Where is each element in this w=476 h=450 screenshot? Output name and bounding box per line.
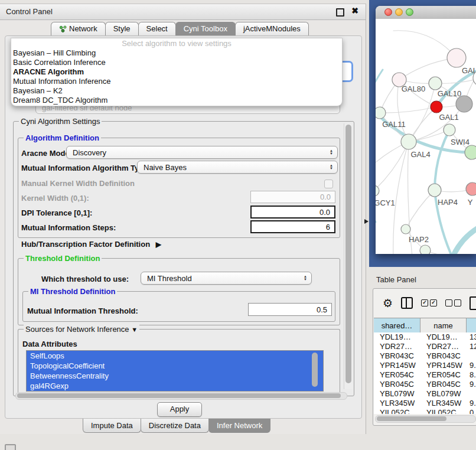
network-node-gal1[interactable] <box>431 101 442 113</box>
settings-hscrollbar-thumb[interactable] <box>17 393 341 398</box>
attribute-item[interactable]: TopologicalCoefficient <box>27 361 323 371</box>
table-cell[interactable]: YLR345W <box>374 399 420 408</box>
table-cell[interactable]: YIL052C <box>374 408 420 414</box>
select-columns-icon[interactable]: ✓✓ <box>421 299 437 306</box>
dropdown-item[interactable]: ARACNE Algorithm <box>11 67 342 77</box>
settings-scrollbar-thumb[interactable] <box>345 125 351 383</box>
dpi-tolerance-input[interactable]: 0.0 <box>250 206 335 219</box>
tab-discretize-data[interactable]: Discretize Data <box>141 419 209 433</box>
network-node-gal11[interactable] <box>376 107 386 119</box>
tab-cyni-toolbox[interactable]: Cyni Toolbox <box>175 22 236 35</box>
close-icon[interactable]: ✖ <box>351 6 358 15</box>
network-node[interactable] <box>420 245 431 254</box>
column-header[interactable]: shared… <box>374 318 420 332</box>
table-cell[interactable]: YER054C <box>374 370 420 380</box>
table-cell[interactable]: 13 <box>467 332 476 342</box>
table-cell[interactable]: YDL19… <box>374 332 420 342</box>
table-hscrollbar[interactable] <box>375 415 476 423</box>
aracne-mode-combo[interactable]: Discovery ▲▼ <box>66 146 338 159</box>
table-cell[interactable]: YPR145W <box>420 361 467 370</box>
network-node-gal10[interactable] <box>429 77 442 90</box>
network-node-hap4[interactable] <box>428 184 441 197</box>
table-row[interactable]: YBR043CYBR043C <box>374 351 476 361</box>
float-window-icon[interactable] <box>336 8 344 17</box>
column-header[interactable]: name <box>420 318 467 332</box>
dropdown-item[interactable]: Basic Correlation Inference <box>11 58 342 67</box>
attribute-item[interactable]: gal4RGexp <box>27 381 323 391</box>
sources-title[interactable]: Sources for Network Inference ▼ <box>24 325 139 334</box>
table-row[interactable]: YER054CYER054C8. <box>374 370 476 380</box>
network-node-y[interactable] <box>466 182 476 195</box>
network-canvas[interactable]: GALGAL80GAL10GAL1GAL11SWI4GAL4GCY1HAP4YH… <box>376 19 476 254</box>
table-cell[interactable]: YBR045C <box>420 380 467 389</box>
zoom-traffic-light-icon[interactable] <box>406 8 413 16</box>
table-cell[interactable]: YBR043C <box>420 351 467 361</box>
table-cell[interactable]: 8. <box>467 370 476 380</box>
dropdown-item[interactable]: Bayesian – Hill Climbing <box>11 48 342 58</box>
close-traffic-light-icon[interactable] <box>384 8 392 16</box>
tab-jactivemnodules[interactable]: jActiveMNodules <box>235 22 309 35</box>
tab-style[interactable]: Style <box>105 22 139 35</box>
table-row[interactable]: YDL19…YDL19…13 <box>374 332 476 342</box>
column-header[interactable] <box>467 318 476 332</box>
attribute-item[interactable]: BetweennessCentrality <box>27 371 323 381</box>
table-cell[interactable] <box>467 351 476 361</box>
hub-definition-toggle[interactable]: Hub/Transcription Factor Definition ▶ <box>21 240 161 249</box>
new-table-icon[interactable] <box>470 296 476 310</box>
attribute-item[interactable]: SelfLoops <box>27 351 323 361</box>
tab-select[interactable]: Select <box>138 22 176 35</box>
mi-steps-input[interactable]: 6 <box>250 220 335 233</box>
table-cell[interactable]: YLR345W <box>420 399 467 408</box>
unselect-columns-icon[interactable] <box>445 299 461 306</box>
network-node-gcy1[interactable] <box>376 185 379 196</box>
settings-scrollbar[interactable] <box>344 123 353 389</box>
tab-infer-network[interactable]: Infer Network <box>208 419 270 433</box>
network-node-gal4[interactable] <box>401 134 416 149</box>
dropdown-item[interactable]: Mutual Information Inference <box>11 77 342 86</box>
table-cell[interactable]: YIL052C <box>420 408 467 414</box>
dropdown-item[interactable]: Dream8 DC_TDC Algorithm <box>11 96 342 105</box>
table-row[interactable]: YPR145WYPR145W9. <box>374 361 476 370</box>
column-layout-icon[interactable] <box>401 297 413 309</box>
minimized-panel-icon[interactable] <box>5 444 16 450</box>
table-cell[interactable]: 9. <box>467 399 476 408</box>
gear-icon[interactable]: ⚙ <box>383 296 393 310</box>
settings-hscrollbar[interactable] <box>15 392 347 400</box>
table-row[interactable]: YDR27…YDR27…12 <box>374 342 476 351</box>
table-cell[interactable]: YDR27… <box>374 342 420 351</box>
table-cell[interactable]: 12 <box>467 342 476 351</box>
tab-network[interactable]: Network <box>51 22 106 35</box>
attributes-scrollbar-thumb[interactable] <box>312 353 318 387</box>
network-node[interactable] <box>465 145 476 159</box>
table-cell[interactable]: YDL19… <box>420 332 467 342</box>
which-threshold-combo[interactable]: MI Threshold ▲▼ <box>141 272 312 285</box>
table-cell[interactable]: YER054C <box>420 370 467 380</box>
table-cell[interactable]: YBR043C <box>374 351 420 361</box>
table-hscrollbar-thumb[interactable] <box>377 416 446 421</box>
table-cell[interactable]: YBR045C <box>374 380 420 389</box>
table-row[interactable]: YBL079WYBL079W <box>374 389 476 399</box>
table-cell[interactable]: YDR27… <box>420 342 467 351</box>
tab-impute-data[interactable]: Impute Data <box>83 419 141 433</box>
minimize-traffic-light-icon[interactable] <box>395 8 403 16</box>
network-node[interactable] <box>456 96 472 112</box>
table-cell[interactable]: 9. <box>467 380 476 389</box>
network-window-titlebar[interactable] <box>376 6 476 19</box>
table-row[interactable]: YBR045CYBR045C9. <box>374 380 476 389</box>
mi-type-combo[interactable]: Naive Bayes ▲▼ <box>137 161 338 174</box>
table-row[interactable]: YIL052CYIL052C0. <box>374 408 476 414</box>
table-cell[interactable]: 9. <box>467 361 476 370</box>
network-node-swi4[interactable] <box>444 124 455 136</box>
mi-threshold-input[interactable]: 0.5 <box>248 303 332 316</box>
network-node-gal[interactable] <box>447 48 466 67</box>
dropdown-item[interactable]: Bayesian – K2 <box>11 86 342 96</box>
table-cell[interactable]: YBL079W <box>420 389 467 399</box>
data-attributes-list[interactable]: SelfLoopsTopologicalCoefficientBetweenne… <box>26 350 324 392</box>
table-row[interactable]: YLR345WYLR345W9. <box>374 399 476 408</box>
table-cell[interactable]: YBL079W <box>374 389 420 399</box>
table-cell[interactable]: YPR145W <box>374 361 420 370</box>
table-cell[interactable]: 0. <box>467 408 476 414</box>
network-node-hap2[interactable] <box>401 224 410 234</box>
table-cell[interactable] <box>467 389 476 399</box>
apply-button[interactable]: Apply <box>157 402 202 417</box>
